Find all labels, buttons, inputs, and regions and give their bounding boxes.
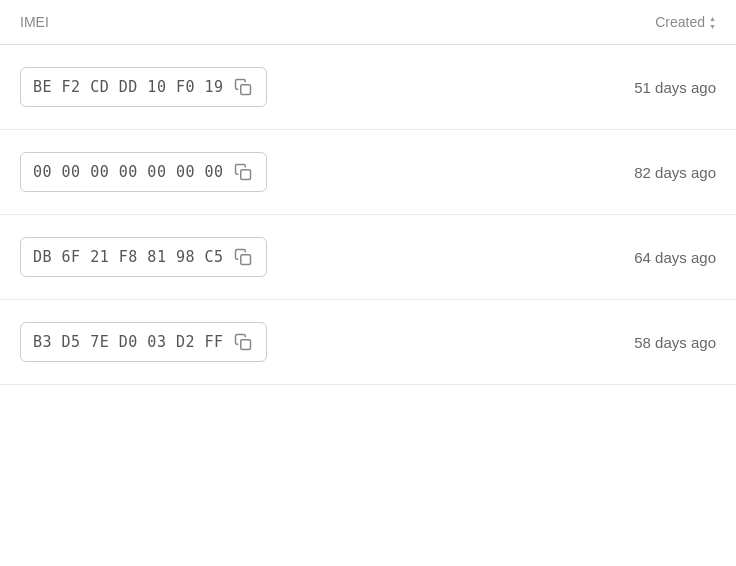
created-cell: 51 days ago xyxy=(536,79,716,96)
copy-icon xyxy=(234,163,252,181)
copy-button[interactable] xyxy=(232,331,254,353)
imei-value-box: BE F2 CD DD 10 F0 19 xyxy=(20,67,267,107)
table-row: DB 6F 21 F8 81 98 C5 64 days ago xyxy=(0,215,736,300)
table-row: BE F2 CD DD 10 F0 19 51 days ago xyxy=(0,45,736,130)
imei-column-header: IMEI xyxy=(20,14,536,30)
imei-text: B3 D5 7E D0 03 D2 FF xyxy=(33,333,224,351)
svg-rect-1 xyxy=(240,170,250,180)
svg-rect-0 xyxy=(240,85,250,95)
created-column-header[interactable]: Created xyxy=(536,14,716,30)
created-cell: 82 days ago xyxy=(536,164,716,181)
imei-text: 00 00 00 00 00 00 00 xyxy=(33,163,224,181)
table-row: B3 D5 7E D0 03 D2 FF 58 days ago xyxy=(0,300,736,385)
imei-cell: 00 00 00 00 00 00 00 xyxy=(20,152,536,192)
imei-value-box: B3 D5 7E D0 03 D2 FF xyxy=(20,322,267,362)
table-header: IMEI Created xyxy=(0,0,736,45)
imei-text: BE F2 CD DD 10 F0 19 xyxy=(33,78,224,96)
svg-rect-3 xyxy=(240,340,250,350)
svg-rect-2 xyxy=(240,255,250,265)
table-body: BE F2 CD DD 10 F0 19 51 days ago 00 00 0… xyxy=(0,45,736,385)
created-cell: 58 days ago xyxy=(536,334,716,351)
copy-button[interactable] xyxy=(232,161,254,183)
imei-text: DB 6F 21 F8 81 98 C5 xyxy=(33,248,224,266)
sort-icon[interactable] xyxy=(709,15,716,30)
table-row: 00 00 00 00 00 00 00 82 days ago xyxy=(0,130,736,215)
imei-value-box: DB 6F 21 F8 81 98 C5 xyxy=(20,237,267,277)
created-cell: 64 days ago xyxy=(536,249,716,266)
imei-table: IMEI Created BE F2 CD DD 10 F0 19 51 day… xyxy=(0,0,736,385)
copy-button[interactable] xyxy=(232,246,254,268)
imei-cell: BE F2 CD DD 10 F0 19 xyxy=(20,67,536,107)
copy-icon xyxy=(234,78,252,96)
copy-button[interactable] xyxy=(232,76,254,98)
imei-cell: DB 6F 21 F8 81 98 C5 xyxy=(20,237,536,277)
copy-icon xyxy=(234,333,252,351)
imei-value-box: 00 00 00 00 00 00 00 xyxy=(20,152,267,192)
imei-cell: B3 D5 7E D0 03 D2 FF xyxy=(20,322,536,362)
copy-icon xyxy=(234,248,252,266)
